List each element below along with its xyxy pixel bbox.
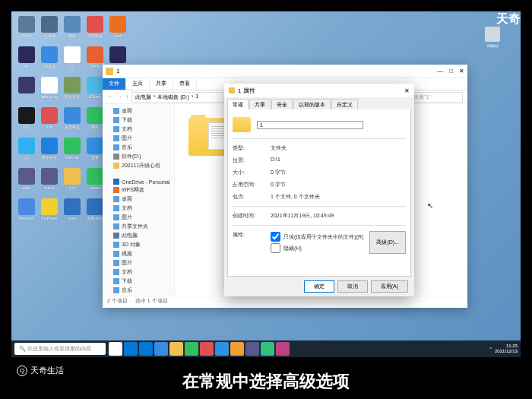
ok-button[interactable]: 确定 — [304, 280, 334, 293]
hidden-checkbox[interactable] — [271, 243, 280, 253]
taskbar-app-icon[interactable] — [109, 342, 122, 356]
tree-item[interactable]: 桌面 — [104, 106, 173, 116]
tree-icon — [113, 126, 119, 132]
desktop-icon[interactable]: 控制面板 — [84, 16, 106, 45]
taskbar-app-icon[interactable] — [245, 342, 259, 356]
props-tab[interactable]: 以前的版本 — [293, 99, 331, 109]
advanced-button[interactable]: 高级(D)... — [369, 231, 406, 254]
desktop-icon[interactable]: word — [62, 198, 83, 227]
tree-item[interactable]: 3D 对象 — [104, 240, 173, 249]
props-tab[interactable]: 常规 — [227, 99, 249, 109]
created-label: 创建时间: — [233, 212, 271, 220]
tree-item[interactable]: 图片 — [104, 258, 173, 268]
breadcrumb-segment[interactable]: 本地磁盘 (D:) — [157, 93, 189, 101]
desktop-icon[interactable]: PotPlayer — [39, 198, 60, 227]
tab-share[interactable]: 共享 — [150, 78, 173, 90]
prop-value: 1 个文件, 0 个文件夹 — [271, 193, 406, 201]
search-input[interactable]: 搜索"1" — [410, 92, 463, 103]
desktop-icon[interactable]: Foxit — [107, 16, 128, 45]
maximize-button[interactable]: □ — [449, 68, 453, 74]
tree-item[interactable]: 软件(D:) — [104, 152, 173, 161]
taskbar-app-icon[interactable] — [200, 342, 214, 356]
desktop-icon[interactable]: 腾讯管家 — [39, 138, 60, 166]
props-tab[interactable]: 安全 — [271, 99, 293, 109]
tree-item[interactable]: 图片 — [104, 134, 173, 143]
tree-item[interactable]: 文档 — [104, 268, 173, 277]
tree-item[interactable]: 音乐 — [104, 286, 173, 295]
desktop-icon[interactable]: video2 — [39, 168, 60, 197]
taskbar-app-icon[interactable] — [261, 342, 274, 356]
desktop-icon[interactable]: 应用 — [39, 107, 60, 136]
icon-label: debug.log — [39, 94, 60, 99]
properties-dialog: 1 属性 ✕ 常规共享安全以前的版本自定义 类型:文件夹位置:D:\1大小:0 … — [224, 84, 414, 296]
nav-back[interactable]: ← — [107, 93, 113, 100]
minimize-button[interactable]: — — [437, 68, 443, 74]
date-text: 2021/12/13 — [495, 349, 518, 354]
desktop-icon[interactable]: debug.log — [39, 77, 60, 106]
tree-item[interactable] — [104, 170, 173, 178]
taskbar-clock[interactable]: 11:25 2021/12/13 — [495, 344, 518, 354]
icon-label: Microsoft — [16, 216, 37, 220]
desktop-icon[interactable]: video — [16, 168, 37, 197]
brand-text: 天奇 — [496, 11, 521, 27]
desktop-icon[interactable]: Cr — [16, 77, 37, 106]
close-button[interactable]: ✕ — [459, 68, 464, 74]
tree-item[interactable]: WPS网盘 — [104, 185, 173, 195]
desktop-icon[interactable]: QQ — [16, 138, 37, 166]
desktop-icon[interactable]: Pr — [16, 46, 37, 75]
tree-item[interactable]: 下载 — [104, 277, 173, 286]
desktop-icon[interactable]: 抖音 — [16, 107, 37, 136]
desktop-icon[interactable]: 此电脑 — [39, 16, 60, 45]
tree-item[interactable]: 图片 — [104, 213, 173, 222]
taskbar-app-icon[interactable] — [169, 342, 183, 356]
tab-view[interactable]: 查看 — [173, 78, 197, 90]
readonly-checkbox[interactable] — [271, 232, 280, 242]
taskbar-app-icon[interactable] — [139, 342, 153, 356]
created-value: 2021年11月19日, 10:49:49 — [271, 212, 406, 220]
desktop-recycle[interactable]: 回收站 — [483, 27, 502, 48]
taskbar-app-icon[interactable] — [276, 342, 290, 356]
tree-item[interactable]: 此电脑 — [104, 231, 173, 240]
desktop-icon[interactable]: 网络 — [62, 16, 83, 45]
desktop-icon[interactable]: 风灵月影 — [62, 77, 83, 106]
tree-item[interactable]: 音乐 — [104, 143, 173, 152]
apply-button[interactable]: 应用(A) — [371, 280, 408, 293]
desktop-icon[interactable]: 回收站 — [16, 16, 37, 45]
tree-item[interactable]: 文档 — [104, 125, 173, 134]
nav-up[interactable]: ↑ — [125, 93, 128, 100]
desktop-icon[interactable]: 文件 — [62, 168, 83, 197]
close-button[interactable]: ✕ — [404, 87, 410, 94]
folder-name-input[interactable] — [257, 121, 363, 129]
breadcrumb-segment[interactable]: 此电脑 — [135, 93, 151, 101]
tab-home[interactable]: 主页 — [126, 78, 150, 90]
desktop-icon[interactable]: QQ — [62, 46, 83, 75]
taskbar-app-icon[interactable] — [215, 342, 229, 356]
tree-item[interactable]: 文档 — [104, 204, 173, 213]
tree-item[interactable]: 桌面 — [104, 195, 173, 204]
tree-item[interactable]: 202111升级心得 — [104, 161, 173, 170]
desktop-icon[interactable]: 浏览器 — [39, 46, 60, 75]
tree-icon — [113, 196, 119, 202]
explorer-tree: 桌面下载文档图片音乐软件(D:)202111升级心得OneDrive - Per… — [103, 104, 175, 296]
desktop-icon[interactable]: 百度网盘 — [62, 107, 83, 136]
app-icon — [87, 107, 103, 124]
desktop-icon[interactable]: Microsoft — [16, 198, 37, 227]
tree-item[interactable]: 共享文件夹 — [104, 222, 173, 231]
tree-item[interactable]: 下载 — [104, 116, 173, 125]
taskbar-search[interactable]: 🔍 在这里输入你要搜索的内容 — [14, 343, 106, 355]
prop-value: 0 字节 — [271, 181, 406, 188]
tab-file[interactable]: 文件 — [103, 78, 126, 90]
props-tab[interactable]: 共享 — [249, 99, 271, 109]
cancel-button[interactable]: 取消 — [337, 280, 368, 293]
nav-forward[interactable]: → — [116, 93, 122, 100]
taskbar-app-icon[interactable] — [230, 342, 244, 356]
taskbar-app-icon[interactable] — [124, 342, 138, 356]
tree-item[interactable]: OneDrive - Personal — [104, 178, 173, 185]
tray-chevron-icon[interactable]: ^ — [489, 347, 492, 351]
taskbar-app-icon[interactable] — [154, 342, 168, 356]
desktop-icon[interactable]: WeChat — [62, 138, 83, 166]
breadcrumb-segment[interactable]: 1 — [195, 93, 198, 101]
props-tab[interactable]: 自定义 — [331, 99, 358, 109]
tree-item[interactable]: 视频 — [104, 249, 173, 258]
taskbar-app-icon[interactable] — [185, 342, 198, 356]
